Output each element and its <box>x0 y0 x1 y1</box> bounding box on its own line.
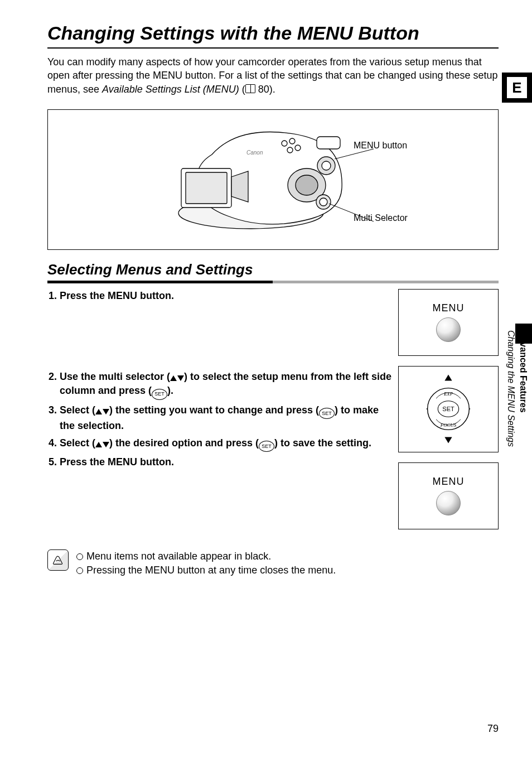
svg-marker-17 <box>444 375 452 381</box>
svg-rect-9 <box>317 137 340 149</box>
step-5-text: Press the MENU button. <box>60 456 174 467</box>
steps-list: Press the MENU button. Use the multi sel… <box>47 289 393 473</box>
selector-exp-label: EXP <box>443 391 453 397</box>
step-2-c: ). <box>167 385 173 396</box>
svg-text:Canon: Canon <box>246 150 263 156</box>
notes-icon <box>47 549 69 571</box>
intro-reference-title: Available Settings List (MENU) <box>102 84 239 95</box>
intro-page-ref: 80). <box>255 84 275 95</box>
multi-selector-graphic: SET EXP FOCUS <box>418 372 479 446</box>
title-rule <box>47 47 499 49</box>
note-1: Menu items not available appear in black… <box>76 549 336 563</box>
section-rule <box>47 281 499 283</box>
svg-point-8 <box>295 145 301 151</box>
svg-point-4 <box>296 175 318 195</box>
selector-focus-label: FOCUS <box>440 422 457 428</box>
note-2: Pressing the MENU button at any time clo… <box>76 563 336 577</box>
diagram-label-menu-button: MENU button <box>354 141 407 151</box>
camcorder-illustration: Canon <box>128 115 418 244</box>
step-1-text: Press the MENU button. <box>60 290 174 301</box>
camcorder-diagram: Canon MENU button Multi Selector <box>47 109 499 250</box>
set-icon: SET <box>319 408 335 419</box>
figure-multi-selector: SET EXP FOCUS <box>398 366 499 452</box>
menu-button-graphic <box>436 491 461 515</box>
side-chapter-tab: Advanced Features Changing the MENU Sett… <box>504 324 532 491</box>
page-title: Changing Settings with the MENU Button <box>47 22 499 44</box>
step-2-a: Use the multi selector ( <box>60 371 170 382</box>
step-3: Select () the setting you want to change… <box>60 403 393 433</box>
side-tab-chapter: Advanced Features <box>519 330 528 413</box>
step-4-c: ) to save the setting. <box>274 437 371 449</box>
up-down-icon <box>95 442 109 447</box>
step-3-a: Select ( <box>60 404 95 416</box>
up-down-icon <box>170 375 184 381</box>
notes-list: Menu items not available appear in black… <box>76 549 336 577</box>
menu-button-graphic <box>436 317 461 342</box>
bullet-icon <box>76 553 83 560</box>
selector-set-label: SET <box>442 406 454 413</box>
language-tab: E <box>502 73 532 103</box>
note-1-text: Menu items not available appear in black… <box>86 551 271 562</box>
svg-point-5 <box>282 141 287 146</box>
language-tab-letter: E <box>507 77 527 98</box>
step-1: Press the MENU button. <box>60 289 393 303</box>
svg-point-11 <box>322 161 331 170</box>
intro-open-paren: ( <box>239 84 245 95</box>
step-4-b: ) the desired option and press ( <box>109 437 259 449</box>
svg-marker-18 <box>444 437 452 443</box>
intro-text: You can modify many aspects of how your … <box>47 55 499 96</box>
diagram-label-multi-selector: Multi Selector <box>354 213 408 223</box>
step-2: Use the multi selector () to select the … <box>60 370 393 399</box>
page-number: 79 <box>487 723 499 735</box>
svg-point-13 <box>320 198 327 206</box>
side-tab-section: Changing the MENU Settings <box>506 330 516 447</box>
step-4: Select () the desired option and press (… <box>60 436 393 452</box>
set-icon: SET <box>259 441 274 452</box>
note-2-text: Pressing the MENU button at any time clo… <box>86 565 336 576</box>
svg-point-7 <box>287 147 293 153</box>
bullet-icon <box>76 567 83 574</box>
figure-menu-button-top: MENU <box>398 289 499 356</box>
page-ref-icon <box>245 86 255 93</box>
step-3-b: ) the setting you want to change and pre… <box>109 404 319 416</box>
step-4-a: Select ( <box>60 437 95 449</box>
up-down-icon <box>95 409 109 414</box>
section-heading: Selecting Menus and Settings <box>47 261 499 278</box>
menu-button-label: MENU <box>433 302 465 314</box>
svg-point-6 <box>289 138 295 144</box>
figure-menu-button-bottom: MENU <box>398 462 499 529</box>
svg-rect-2 <box>186 172 227 204</box>
step-5: Press the MENU button. <box>60 455 393 469</box>
menu-button-label: MENU <box>433 476 465 488</box>
set-icon: SET <box>152 389 167 400</box>
